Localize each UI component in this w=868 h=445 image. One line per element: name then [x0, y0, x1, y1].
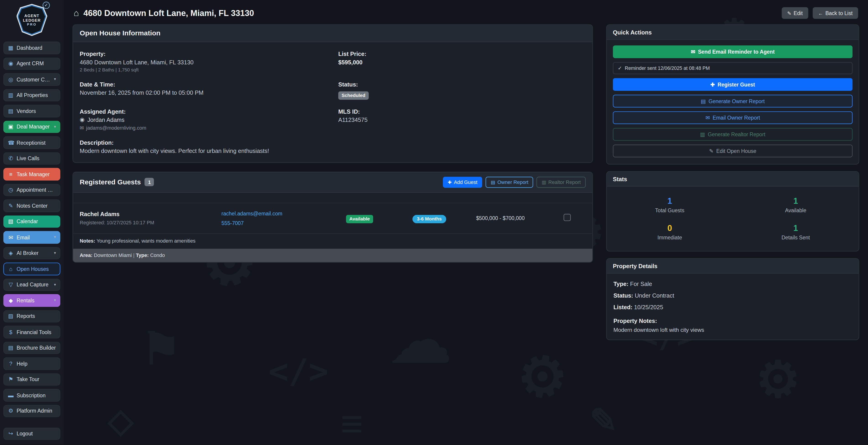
- quick-actions-card: Quick Actions ✉Send Email Reminder to Ag…: [606, 24, 859, 165]
- guest-email-link[interactable]: rachel.adams@email.com: [221, 210, 346, 216]
- guest-registered: Registered: 10/27/2025 10:17 PM: [80, 220, 221, 226]
- envelope-icon: ✉: [80, 125, 84, 130]
- button-label: Owner Report: [497, 179, 528, 185]
- sidebar-item-platform-admin[interactable]: ⚙Platform Admin: [3, 405, 60, 417]
- sidebar-item-financial-tools[interactable]: $Financial Tools: [3, 326, 60, 338]
- field-label: MLS ID:: [338, 108, 586, 114]
- person-plus-icon: ✚: [710, 82, 715, 88]
- sidebar-item-logout[interactable]: ↪Logout: [3, 427, 60, 440]
- key-icon: ◆: [8, 297, 14, 303]
- bell-icon: ✉: [691, 49, 695, 55]
- property-detail-fields: Type: For SaleStatus: Under ContractList…: [614, 280, 852, 310]
- property-details-card: Property Details Type: For SaleStatus: U…: [606, 258, 859, 340]
- sidebar-item-open-houses[interactable]: ⌂Open Houses: [3, 263, 60, 275]
- back-to-list-button[interactable]: ← Back to List: [813, 7, 858, 19]
- main-column: Open House Information Property: 4680 Do…: [72, 24, 593, 262]
- sidebar-item-label: AI Broker: [17, 250, 51, 256]
- send-email-reminder-to-agent-button[interactable]: ✉Send Email Reminder to Agent: [613, 46, 852, 58]
- reminder-status-text: Reminder sent 12/06/2025 at 08:48 PM: [625, 65, 710, 71]
- sidebar-item-label: Subscription: [17, 392, 56, 398]
- sidebar-item-label: Receptionist: [17, 140, 56, 146]
- phone-icon: ☎: [8, 140, 14, 146]
- button-label: Email Owner Report: [713, 115, 760, 121]
- sidebar-item-label: Dashboard: [17, 45, 56, 51]
- shop-icon: ▤: [8, 108, 14, 114]
- sidebar-item-rentals[interactable]: ◆Rentals▾: [3, 294, 60, 307]
- sidebar-item-label: All Properties: [17, 92, 56, 98]
- sidebar-item-subscription[interactable]: ▬Subscription: [3, 389, 60, 402]
- registered-guests-card: Registered Guests 1 ✚ Add Guest ▤: [72, 171, 593, 262]
- envelope-icon: ✉: [705, 115, 710, 121]
- owner-report-button[interactable]: ▤ Owner Report: [486, 176, 533, 187]
- stat-label: Available: [735, 207, 857, 213]
- calendar-icon: ▧: [8, 218, 14, 225]
- sidebar-item-label: Platform Admin: [17, 408, 56, 414]
- guest-phone-link[interactable]: 555-7007: [221, 220, 346, 226]
- sidebar-item-notes-center[interactable]: ✎Notes Center: [3, 200, 60, 212]
- logo-text: AGENT: [24, 14, 39, 18]
- sidebar-item-take-tour[interactable]: ⚑Take Tour: [3, 373, 60, 386]
- house-icon: ⌂: [74, 8, 79, 18]
- person-icon: ◉: [8, 60, 14, 67]
- guest-row: Rachel AdamsRegistered: 10/27/2025 10:17…: [73, 202, 592, 233]
- chevron-down-icon: ▾: [54, 251, 56, 255]
- guest-availability: Available: [346, 213, 412, 223]
- button-label: Register Guest: [717, 82, 755, 88]
- generate-realtor-report-button[interactable]: ▥Generate Realtor Report: [613, 128, 852, 141]
- agent-email: jadams@modernliving.com: [86, 125, 147, 130]
- sidebar-item-label: Calendar: [17, 218, 56, 225]
- generate-owner-report-button[interactable]: ▤Generate Owner Report: [613, 95, 852, 108]
- stat-value: 0: [609, 223, 731, 233]
- sidebar-item-live-calls[interactable]: ✆Live Calls: [3, 152, 60, 165]
- check-badge-icon: ✓: [43, 2, 50, 9]
- sidebar-item-receptionist[interactable]: ☎Receptionist: [3, 136, 60, 149]
- main-area: ⚙</>☁✎◇⚙{ }⌂⚙</>☁↑⚙✎◇⚑</>☁⚙</>⚙◇≡✎⌂ ⌂ 46…: [64, 0, 868, 445]
- guest-checkbox[interactable]: [563, 214, 571, 221]
- agent-block: Assigned Agent: ◉ Jordan Adams ✉ jadams@…: [80, 108, 327, 130]
- sidebar-item-all-properties[interactable]: ▥All Properties: [3, 89, 60, 101]
- add-guest-button[interactable]: ✚ Add Guest: [443, 176, 482, 187]
- field-value: For Sale: [628, 280, 652, 287]
- sidebar-item-help[interactable]: ?Help: [3, 357, 60, 370]
- chevron-down-icon: ▾: [54, 298, 56, 303]
- realtor-report-button[interactable]: ▥ Realtor Report: [537, 176, 586, 187]
- guest-area-bar: Area: Downtown Miami | Type: Condo: [73, 248, 592, 262]
- reminder-status: ✓Reminder sent 12/06/2025 at 08:48 PM: [613, 62, 852, 74]
- sidebar-item-task-manager[interactable]: ≡Task Manager: [3, 168, 60, 180]
- stats-card: Stats 1Total Guests1Available0Immediate1…: [606, 171, 859, 251]
- sidebar-item-label: Live Calls: [17, 155, 56, 161]
- sidebar-item-brochure-builder[interactable]: ▤Brochure Builder: [3, 342, 60, 354]
- edit-button[interactable]: ✎ Edit: [782, 7, 808, 19]
- edit-open-house-button[interactable]: ✎Edit Open House: [613, 145, 852, 157]
- sidebar-item-deal-manager[interactable]: ▣Deal Manager▾: [3, 120, 60, 133]
- email-owner-report-button[interactable]: ✉Email Owner Report: [613, 111, 852, 124]
- logout-icon: ↪: [8, 431, 14, 437]
- sidebar-menu: ▦Dashboard◉Agent CRM◎Customer CRM▾▥All P…: [0, 39, 64, 427]
- sidebar-item-appointment-ce[interactable]: ◷Appointment Ce...: [3, 184, 60, 196]
- list-price-block: List Price: $595,000: [338, 51, 586, 72]
- sidebar-item-reports[interactable]: ▨Reports: [3, 310, 60, 322]
- sidebar-item-agent-crm[interactable]: ◉Agent CRM: [3, 57, 60, 70]
- field-label: Property:: [80, 51, 327, 57]
- area-text: Downtown Miami: [92, 253, 133, 258]
- sidebar-item-label: Financial Tools: [17, 329, 56, 335]
- register-guest-button[interactable]: ✚Register Guest: [613, 78, 852, 91]
- sidebar-item-calendar[interactable]: ▧Calendar: [3, 215, 60, 228]
- sidebar-item-ai-broker[interactable]: ◈AI Broker▾: [3, 247, 60, 259]
- flag-icon: ⚑: [8, 376, 14, 383]
- page-header: ⌂ 4680 Downtown Loft Lane, Miami, FL 331…: [72, 0, 859, 24]
- doodle-pencil-icon: ✎: [590, 405, 617, 438]
- shield-logo-icon: AGENT LEDGER PRO: [17, 4, 48, 36]
- sidebar-item-dashboard[interactable]: ▦Dashboard: [3, 41, 60, 54]
- stat-immediate: 0Immediate: [607, 218, 733, 245]
- grid-icon: ▦: [8, 45, 14, 51]
- card-title: Open House Information: [73, 25, 592, 42]
- person-badge-icon: ◉: [80, 116, 85, 123]
- sidebar-item-lead-capture[interactable]: ▽Lead Capture▾: [3, 278, 60, 291]
- availability-badge: Available: [346, 215, 373, 223]
- sidebar-item-email[interactable]: ✉Email▾: [3, 231, 60, 243]
- sidebar-item-vendors[interactable]: ▤Vendors: [3, 105, 60, 117]
- file-icon: ▥: [541, 179, 546, 185]
- sidebar-item-label: Help: [17, 361, 56, 367]
- sidebar-item-customer-crm[interactable]: ◎Customer CRM▾: [3, 73, 60, 86]
